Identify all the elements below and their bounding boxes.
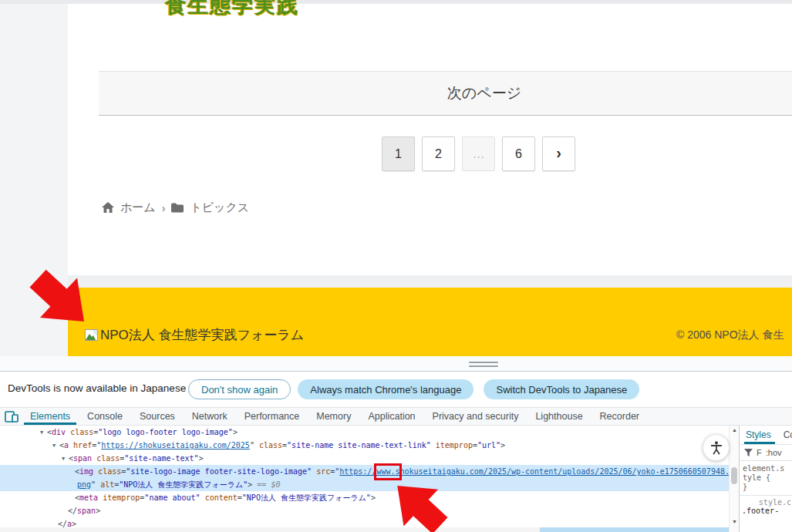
devtools-resize-strip <box>0 356 792 371</box>
code-token: > <box>233 428 238 436</box>
home-icon <box>102 202 114 214</box>
dom-tree-row[interactable]: </a> <box>0 517 729 527</box>
element-style-close-brace: } <box>740 483 789 492</box>
accessibility-widget-button[interactable] <box>703 434 730 461</box>
tab-elements[interactable]: Elements <box>22 408 79 425</box>
dom-tree-row[interactable]: ▼<a href="https://shokuseitaigaku.com/20… <box>0 439 729 452</box>
devtools-language-banner: DevTools is now available in Japanese Do… <box>0 372 792 408</box>
elements-vertical-scrollbar[interactable]: ▲ ▼ <box>729 426 739 532</box>
page-footer: NPO法人 食生態学実践フォーラム © 2006 NPO法人 食生 <box>68 288 792 356</box>
code-token: class <box>96 454 120 463</box>
expand-arrow-icon[interactable]: ▼ <box>40 426 47 439</box>
filter-funnel-icon[interactable] <box>744 449 753 456</box>
page-button-2[interactable]: 2 <box>422 136 455 171</box>
code-token: =" <box>92 441 101 450</box>
dom-tree-row[interactable]: <img class="site-logo-image footer-site-… <box>0 465 729 478</box>
code-token: =" <box>330 467 339 476</box>
code-token: "NPO法人 食生態学実践フォーラム" <box>119 480 248 489</box>
always-match-language-button[interactable]: Always match Chrome's language <box>298 379 474 399</box>
viewport-top-strip <box>0 0 792 4</box>
code-token: div <box>52 428 66 436</box>
tab-console[interactable]: Console <box>79 408 131 425</box>
tab-application[interactable]: Application <box>359 408 423 425</box>
pagination: 1 2 … 6 › <box>382 136 575 171</box>
code-token: https://shokuseitaigaku.com/2025 <box>101 441 250 450</box>
breadcrumb-home-link[interactable]: ホーム <box>120 200 156 215</box>
folder-icon <box>171 203 184 213</box>
code-token: > <box>371 493 376 502</box>
code-token: content <box>205 493 238 502</box>
code-token: href <box>73 441 92 450</box>
styles-tab-underline <box>744 442 775 444</box>
code-token: span <box>73 454 92 463</box>
dom-tree: ▼<div class="logo logo-footer logo-image… <box>0 426 729 527</box>
code-token: src <box>316 467 330 476</box>
code-token: itemprop <box>436 441 473 450</box>
stylesheet-source-link[interactable]: style.c <box>740 496 792 507</box>
devtools-drag-handle[interactable] <box>469 362 498 369</box>
expand-arrow-icon[interactable]: ▼ <box>52 439 59 452</box>
code-token: "site-logo-image footer-site-logo-image" <box>126 467 312 476</box>
code-token: class <box>259 441 282 450</box>
tab-privacy-security[interactable]: Privacy and security <box>424 408 527 425</box>
horizontal-scroll-thumb[interactable] <box>540 527 729 532</box>
tab-network[interactable]: Network <box>184 408 236 425</box>
page-button-1[interactable]: 1 <box>382 136 415 171</box>
devtools-tabbar: Elements Console Sources Network Perform… <box>0 408 792 426</box>
tab-recorder[interactable]: Recorder <box>591 408 648 425</box>
element-style-rule[interactable]: element.style { <box>740 461 789 483</box>
hover-state-toggle[interactable]: :hov <box>766 448 782 457</box>
tab-sources[interactable]: Sources <box>131 408 184 425</box>
code-token: </ <box>58 520 67 527</box>
code-token: > <box>96 507 100 515</box>
styles-filter-input[interactable]: F <box>757 448 762 457</box>
next-page-chevron-button[interactable]: › <box>542 136 575 171</box>
vertical-scroll-thumb[interactable] <box>731 467 737 484</box>
annotation-box-www <box>374 463 402 480</box>
toggle-device-toolbar-icon[interactable] <box>5 411 19 423</box>
code-token: "name about" <box>144 493 200 502</box>
expand-arrow-icon[interactable]: ▼ <box>62 453 69 465</box>
tab-lighthouse[interactable]: Lighthouse <box>527 408 591 425</box>
dom-tree-row[interactable]: png" alt="NPO法人 食生態学実践フォーラム"> == $0 <box>0 478 729 491</box>
screenshot-root: 食生態学実践 次のページ 1 2 … 6 › ホーム › トピックス NPO法人… <box>0 0 792 532</box>
code-token: alt <box>100 480 114 489</box>
code-token: </ <box>68 507 77 515</box>
footer-site-name-text: NPO法人 食生態学実践フォーラム <box>100 326 304 344</box>
styles-panel: Styles Computed F :hov element.style { }… <box>740 426 792 532</box>
dom-tree-row[interactable]: <meta itemprop="name about" content="NPO… <box>0 491 729 504</box>
dom-tree-row[interactable]: ▼<span class="site-name-text"> <box>0 452 729 465</box>
chevron-right-icon: › <box>162 202 166 214</box>
code-token: img <box>79 467 93 476</box>
code-token: == $0 <box>252 480 280 489</box>
code-token: class <box>98 467 121 476</box>
code-token: "logo logo-footer logo-image" <box>98 428 233 436</box>
code-token: "site-name site-name-text-link" <box>287 441 431 450</box>
next-page-button[interactable]: 次のページ <box>99 71 792 116</box>
page-gap-ellipsis: … <box>462 136 495 171</box>
code-token: "NPO法人 食生態学実践フォーラム" <box>242 493 371 502</box>
styles-filter-row: F :hov <box>740 445 792 461</box>
code-token: > <box>72 520 76 527</box>
accessibility-person-icon <box>709 439 724 456</box>
tab-memory[interactable]: Memory <box>308 408 359 425</box>
banner-message: DevTools is now available in Japanese <box>8 382 186 394</box>
code-token: itemprop <box>103 493 140 502</box>
elements-horizontal-scrollbar[interactable] <box>0 527 729 532</box>
switch-devtools-japanese-button[interactable]: Switch DevTools to Japanese <box>484 379 639 399</box>
tab-performance[interactable]: Performance <box>236 408 308 425</box>
code-token: span <box>77 507 96 515</box>
dom-tree-row[interactable]: ▼<div class="logo logo-footer logo-image… <box>0 426 729 439</box>
dom-tree-row[interactable]: </span> <box>0 504 729 517</box>
breadcrumb: ホーム › トピックス <box>102 200 249 215</box>
code-token: > <box>500 441 505 450</box>
code-token: "url" <box>477 441 500 450</box>
site-header-logo-cropped: 食生態学実践 <box>165 0 299 19</box>
code-token: class <box>70 428 93 436</box>
devtools-tabs: Elements Console Sources Network Perform… <box>22 408 648 425</box>
code-token: > <box>199 454 204 463</box>
page-button-6[interactable]: 6 <box>502 136 535 171</box>
dont-show-again-button[interactable]: Don't show again <box>188 379 291 399</box>
code-token: png <box>77 480 91 489</box>
footer-site-name-link[interactable]: NPO法人 食生態学実践フォーラム <box>85 326 304 344</box>
